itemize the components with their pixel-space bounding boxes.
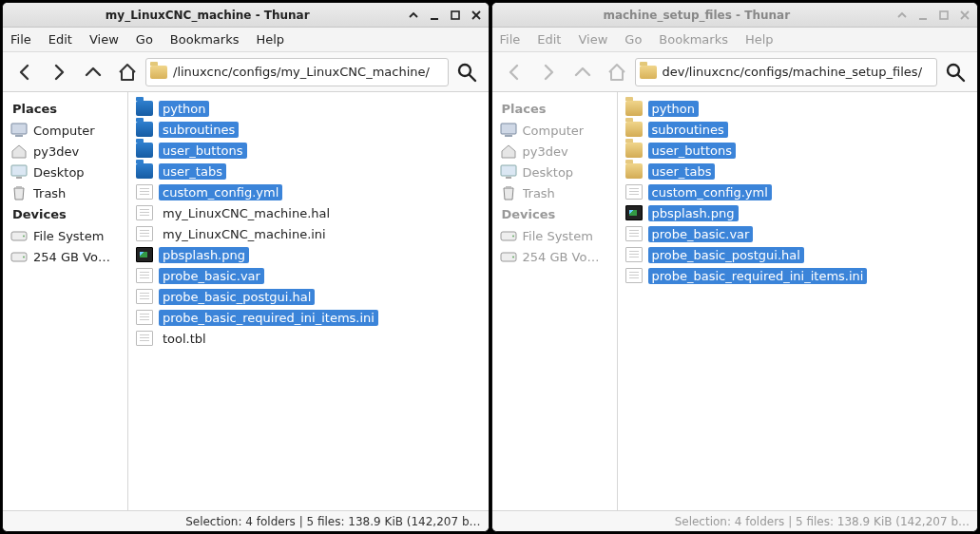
menu-go[interactable]: Go xyxy=(625,32,642,47)
file-item[interactable]: probe_basic_required_ini_items.ini xyxy=(134,307,483,328)
search-button[interactable] xyxy=(451,58,483,86)
forward-button[interactable] xyxy=(532,56,565,88)
forward-button[interactable] xyxy=(43,56,75,88)
menu-view[interactable]: View xyxy=(578,32,607,47)
menu-view[interactable]: View xyxy=(89,32,119,47)
path-text: /linuxcnc/configs/my_LinuxCNC_machine/ xyxy=(173,65,430,79)
file-item[interactable]: tool.tbl xyxy=(134,328,483,349)
maximize-button[interactable] xyxy=(937,9,951,22)
home-button[interactable] xyxy=(111,56,144,88)
file-item[interactable]: pbsplash.png xyxy=(624,202,972,223)
sidebar-item-254-gb-vo-[interactable]: 254 GB Vo… xyxy=(494,246,615,267)
file-item[interactable]: user_tabs xyxy=(134,161,483,181)
titlebar[interactable]: machine_setup_files - Thunar xyxy=(492,3,978,28)
path-bar[interactable]: dev/linuxcnc/configs/machine_setup_files… xyxy=(635,58,938,86)
file-name: probe_basic_required_ini_items.ini xyxy=(648,268,868,284)
menu-bookmarks[interactable]: Bookmarks xyxy=(659,32,728,47)
minimize-button[interactable] xyxy=(916,9,930,22)
sidebar-item-computer[interactable]: Computer xyxy=(494,120,615,141)
shade-button[interactable] xyxy=(895,9,909,22)
back-button[interactable] xyxy=(9,56,41,88)
window-title: machine_setup_files - Thunar xyxy=(498,9,896,22)
path-bar[interactable]: /linuxcnc/configs/my_LinuxCNC_machine/ xyxy=(145,58,449,86)
menubar: FileEditViewGoBookmarksHelp xyxy=(492,28,978,52)
file-item[interactable]: custom_config.yml xyxy=(624,181,972,202)
sidebar-item-label: Computer xyxy=(33,124,95,138)
menu-edit[interactable]: Edit xyxy=(537,32,561,47)
menu-help[interactable]: Help xyxy=(256,32,284,47)
menu-help[interactable]: Help xyxy=(745,32,774,47)
up-button[interactable] xyxy=(77,56,109,88)
menu-file[interactable]: File xyxy=(10,32,31,47)
file-pane[interactable]: pythonsubroutinesuser_buttonsuser_tabscu… xyxy=(618,92,978,510)
file-item[interactable]: my_LinuxCNC_machine.hal xyxy=(134,202,483,223)
sidebar-item-label: Trash xyxy=(33,186,66,200)
sidebar-item-desktop[interactable]: Desktop xyxy=(5,162,125,182)
file-icon xyxy=(136,184,153,200)
close-button[interactable] xyxy=(470,9,483,22)
window-body: PlacesComputerpy3devDesktopTrashDevicesF… xyxy=(3,92,489,510)
file-name: probe_basic.var xyxy=(648,226,754,242)
file-item[interactable]: probe_basic_postgui.hal xyxy=(134,286,483,307)
file-item[interactable]: probe_basic.var xyxy=(624,223,972,244)
minimize-button[interactable] xyxy=(428,9,441,22)
sidebar-item-py3dev[interactable]: py3dev xyxy=(494,141,615,162)
file-name: user_tabs xyxy=(159,163,226,180)
sidebar-item-py3dev[interactable]: py3dev xyxy=(5,141,125,162)
file-icon xyxy=(136,268,153,283)
sidebar-item-file-system[interactable]: File System xyxy=(5,225,125,246)
file-icon xyxy=(136,331,153,346)
sidebar-item-254-gb-vo-[interactable]: 254 GB Vo… xyxy=(5,246,125,267)
menu-bookmarks[interactable]: Bookmarks xyxy=(170,32,240,47)
home-icon xyxy=(10,143,28,159)
file-item[interactable]: subroutines xyxy=(134,119,483,140)
window-body: PlacesComputerpy3devDesktopTrashDevicesF… xyxy=(492,92,978,510)
svg-rect-9 xyxy=(16,177,22,179)
file-item[interactable]: my_LinuxCNC_machine.ini xyxy=(134,223,483,244)
titlebar[interactable]: my_LinuxCNC_machine - Thunar xyxy=(3,3,489,28)
file-pane[interactable]: pythonsubroutinesuser_buttonsuser_tabscu… xyxy=(128,92,489,510)
file-icon xyxy=(625,247,643,262)
file-name: custom_config.yml xyxy=(159,184,282,200)
sidebar-item-label: Desktop xyxy=(523,165,574,180)
disk-icon xyxy=(10,228,28,243)
file-item[interactable]: probe_basic_postgui.hal xyxy=(624,244,972,265)
file-item[interactable]: subroutines xyxy=(624,119,972,140)
file-item[interactable]: probe_basic_required_ini_items.ini xyxy=(624,265,972,286)
file-name: pbsplash.png xyxy=(159,247,249,263)
close-button[interactable] xyxy=(958,9,971,22)
shade-button[interactable] xyxy=(407,9,420,22)
menu-file[interactable]: File xyxy=(500,32,521,47)
maximize-button[interactable] xyxy=(449,9,462,22)
search-button[interactable] xyxy=(939,58,971,86)
back-button[interactable] xyxy=(498,56,530,88)
menu-go[interactable]: Go xyxy=(136,32,153,47)
folder-icon xyxy=(136,101,153,116)
sidebar: PlacesComputerpy3devDesktopTrashDevicesF… xyxy=(3,92,128,510)
sidebar-item-trash[interactable]: Trash xyxy=(5,182,125,203)
up-button[interactable] xyxy=(567,56,599,88)
svg-point-27 xyxy=(512,236,514,238)
sidebar-item-file-system[interactable]: File System xyxy=(494,225,615,246)
svg-rect-24 xyxy=(506,177,511,179)
sidebar-item-computer[interactable]: Computer xyxy=(5,120,125,141)
file-name: probe_basic_required_ini_items.ini xyxy=(159,310,378,326)
sidebar-item-desktop[interactable]: Desktop xyxy=(494,162,615,182)
svg-rect-16 xyxy=(940,11,948,19)
menu-edit[interactable]: Edit xyxy=(48,32,72,47)
file-item[interactable]: user_tabs xyxy=(624,161,972,181)
svg-point-14 xyxy=(23,257,25,258)
file-name: tool.tbl xyxy=(159,331,210,347)
file-item[interactable]: python xyxy=(624,98,972,119)
svg-line-5 xyxy=(470,75,475,81)
file-item[interactable]: pbsplash.png xyxy=(134,244,483,265)
file-name: my_LinuxCNC_machine.hal xyxy=(159,205,334,221)
file-item[interactable]: custom_config.yml xyxy=(134,181,483,202)
file-item[interactable]: python xyxy=(134,98,483,119)
sidebar-item-trash[interactable]: Trash xyxy=(494,182,615,203)
file-item[interactable]: probe_basic.var xyxy=(134,265,483,286)
home-button[interactable] xyxy=(601,56,633,88)
file-item[interactable]: user_buttons xyxy=(134,140,483,161)
file-item[interactable]: user_buttons xyxy=(624,140,972,161)
computer-icon xyxy=(10,123,28,138)
